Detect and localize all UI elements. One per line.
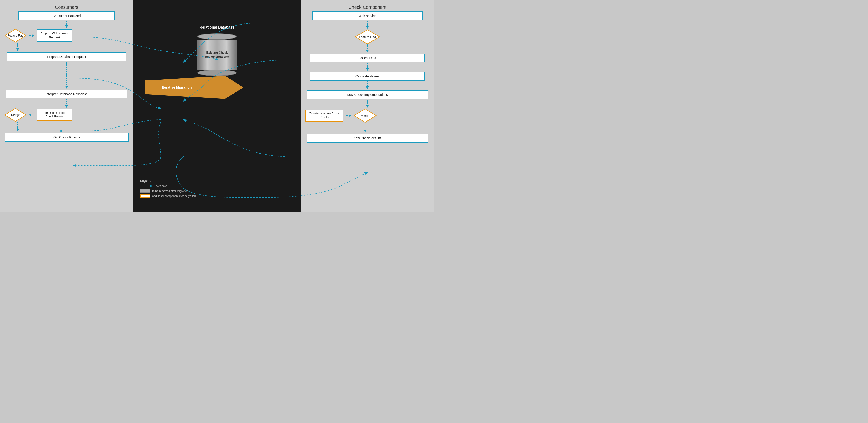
legend: Legend data flow to be removed after mig…	[140, 179, 196, 198]
svg-marker-10	[65, 105, 68, 108]
database-cylinder: Existing CheckImplementations	[197, 33, 237, 76]
arrow-ws-down	[365, 21, 370, 30]
transform-new-row: Transform to new Check Results Merge	[305, 109, 377, 123]
prepare-webservice-box: Prepare Web-service Request	[37, 29, 72, 42]
prepare-database-box: Prepare Database Request	[7, 52, 126, 61]
svg-text:Iterative Migration: Iterative Migration	[162, 85, 191, 89]
legend-gray-label: to be removed after migration	[152, 190, 188, 193]
calculate-values-box: Calculate Values	[310, 72, 425, 81]
feature-flag-left-diamond: Feature Flag	[5, 29, 26, 43]
iterative-migration-arrow: Iterative Migration	[145, 76, 248, 99]
merge-left-label: Merge	[11, 113, 20, 117]
collect-data-box: Collect Data	[310, 54, 425, 62]
legend-orange-icon	[140, 194, 150, 198]
arrow-left-1	[29, 113, 34, 117]
feature-flag-left-label: Feature Flag	[7, 34, 23, 37]
merge-left-row: Merge Transform to old Check Results	[5, 108, 72, 122]
svg-marker-32	[348, 114, 351, 117]
db-content-label: Existing CheckImplementations	[205, 51, 229, 59]
svg-marker-19	[150, 185, 154, 187]
arrow-cd-down	[365, 63, 370, 73]
svg-marker-4	[32, 34, 34, 37]
consumer-backend-box: Consumer Backend	[19, 11, 115, 20]
svg-marker-28	[366, 86, 369, 89]
merge-right-diamond: Merge	[353, 109, 377, 123]
svg-marker-21	[366, 26, 369, 29]
arrow-right-2	[346, 113, 351, 118]
svg-marker-30	[366, 105, 369, 108]
svg-marker-24	[366, 50, 369, 52]
arrow-ffr-down	[365, 45, 370, 54]
legend-orange-label: additional components for migration	[152, 195, 196, 198]
merge-left-diamond: Merge	[5, 108, 26, 122]
right-panel: Check Component Web-service Feature Flag	[301, 0, 434, 212]
db-title: Relational Database	[192, 25, 242, 29]
left-panel: Consumers Consumer Backend Feature Flag	[0, 0, 133, 212]
arrow-ff-down	[16, 43, 20, 53]
legend-dashed-icon	[140, 185, 154, 187]
legend-title: Legend	[140, 179, 196, 182]
transform-new-box: Transform to new Check Results	[305, 110, 343, 121]
svg-marker-15	[16, 129, 19, 132]
svg-marker-8	[65, 86, 68, 88]
svg-marker-13	[29, 114, 31, 116]
feature-flag-right-label: Feature Flag	[359, 35, 376, 39]
transform-old-box: Transform to old Check Results	[37, 109, 72, 121]
new-check-impl-box: New Check Implementations	[307, 90, 428, 99]
arrow-nci-down	[365, 100, 370, 109]
arrow1	[64, 21, 69, 30]
legend-data-flow-label: data flow	[156, 185, 167, 188]
arrow-pd-down	[64, 62, 69, 90]
svg-marker-1	[65, 25, 68, 28]
center-panel: Relational Database Existing CheckImplem…	[133, 0, 301, 212]
feature-flag-left-row: Feature Flag Prepare Web-service Request	[5, 29, 72, 43]
webservice-box: Web-service	[312, 11, 423, 20]
svg-marker-6	[16, 48, 19, 51]
new-check-results-box: New Check Results	[307, 134, 428, 143]
svg-marker-35	[364, 130, 367, 133]
arrow-mr-down	[363, 123, 367, 134]
feature-flag-right-diamond: Feature Flag	[355, 29, 380, 45]
old-check-results-box: Old Check Results	[5, 133, 129, 142]
right-panel-title: Check Component	[305, 5, 429, 10]
arrow-merge-down	[16, 122, 20, 133]
svg-marker-26	[366, 68, 369, 71]
arrow-right-1	[29, 33, 34, 38]
left-panel-title: Consumers	[5, 5, 129, 10]
merge-right-label: Merge	[361, 114, 370, 117]
legend-gray-icon	[140, 189, 150, 193]
svg-marker-16	[145, 76, 243, 99]
interpret-db-box: Interpret Database Response	[6, 90, 127, 98]
arrow-cv-down	[365, 81, 370, 91]
